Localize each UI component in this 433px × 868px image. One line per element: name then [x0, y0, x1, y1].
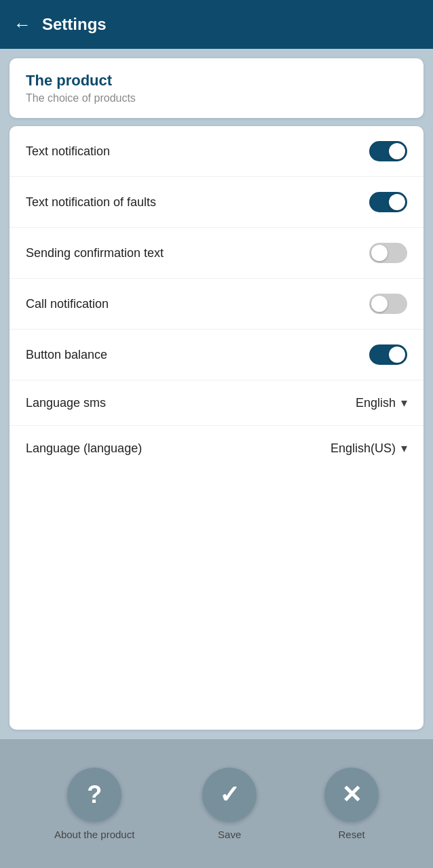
reset-label: Reset — [338, 829, 364, 840]
bottom-bar: ? About the product ✓ Save ✕ Reset — [0, 739, 433, 868]
toggle-button-balance[interactable] — [369, 344, 407, 365]
dropdown-language-language-value: English(US) — [331, 441, 396, 456]
toggle-text-notification[interactable] — [369, 141, 407, 161]
checkmark-icon: ✓ — [219, 781, 240, 809]
setting-row-button-balance: Button balance — [10, 330, 423, 380]
reset-button[interactable]: ✕ Reset — [324, 768, 379, 840]
header: ← Settings — [0, 0, 433, 49]
setting-label-text-notification: Text notification — [26, 144, 110, 159]
dropdown-language-language[interactable]: English(US) ▾ — [331, 441, 407, 456]
toggle-thumb-balance — [389, 347, 405, 363]
toggle-thumb-text-notification — [389, 143, 405, 159]
chevron-down-icon-language: ▾ — [401, 441, 407, 456]
setting-row-sending-confirmation: Sending confirmation text — [10, 228, 423, 279]
about-label: About the product — [54, 829, 134, 840]
toggle-sending-confirmation[interactable] — [369, 243, 407, 263]
setting-row-text-notification: Text notification — [10, 126, 423, 177]
header-title: Settings — [42, 15, 107, 34]
toggle-call-notification[interactable] — [369, 294, 407, 314]
save-label: Save — [218, 829, 241, 840]
toggle-thumb-sending — [371, 245, 388, 261]
settings-card: Text notification Text notification of f… — [10, 126, 423, 730]
dropdown-language-sms-value: English — [356, 396, 396, 410]
setting-label-call-notification: Call notification — [26, 297, 109, 311]
toggle-thumb-call — [371, 296, 388, 312]
setting-row-call-notification: Call notification — [10, 279, 423, 330]
product-name: The product — [26, 72, 407, 90]
close-icon: ✕ — [341, 781, 362, 809]
setting-label-text-notification-faults: Text notification of faults — [26, 195, 156, 210]
setting-label-language-language: Language (language) — [26, 441, 142, 456]
chevron-down-icon-sms: ▾ — [401, 395, 407, 410]
about-button[interactable]: ? About the product — [54, 768, 134, 840]
main-area: The product The choice of products Text … — [0, 49, 433, 739]
toggle-thumb-faults — [389, 194, 405, 210]
setting-label-sending-confirmation: Sending confirmation text — [26, 246, 164, 260]
setting-label-button-balance: Button balance — [26, 348, 107, 362]
about-icon-circle: ? — [67, 768, 121, 822]
reset-icon-circle: ✕ — [324, 768, 379, 822]
setting-label-language-sms: Language sms — [26, 396, 106, 410]
setting-row-text-notification-faults: Text notification of faults — [10, 177, 423, 228]
setting-row-language-language: Language (language) English(US) ▾ — [10, 426, 423, 471]
save-icon-circle: ✓ — [202, 768, 257, 822]
toggle-text-notification-faults[interactable] — [369, 192, 407, 212]
product-card: The product The choice of products — [10, 58, 423, 118]
dropdown-language-sms[interactable]: English ▾ — [356, 395, 407, 410]
setting-row-language-sms: Language sms English ▾ — [10, 380, 423, 426]
product-subtitle: The choice of products — [26, 92, 407, 104]
save-button[interactable]: ✓ Save — [202, 768, 257, 840]
back-button[interactable]: ← — [14, 16, 31, 33]
question-icon: ? — [87, 781, 102, 809]
